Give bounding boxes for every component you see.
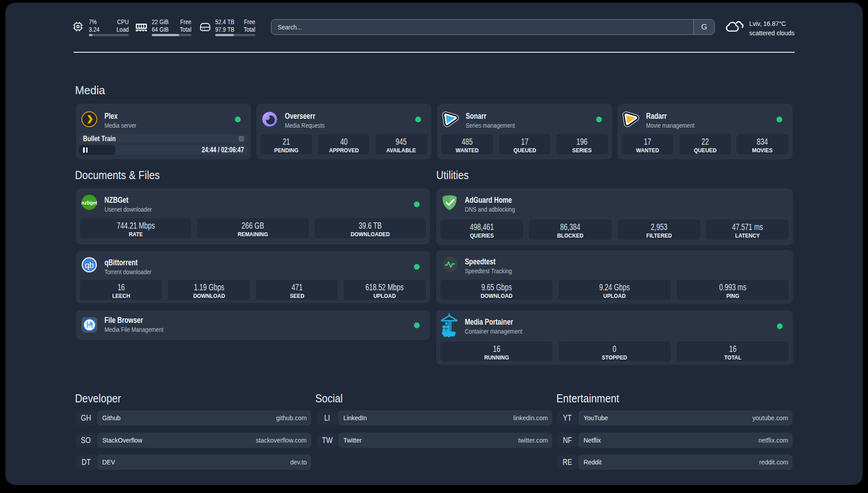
- svg-text:nzbget: nzbget: [81, 200, 97, 205]
- svg-text:qb: qb: [85, 261, 94, 270]
